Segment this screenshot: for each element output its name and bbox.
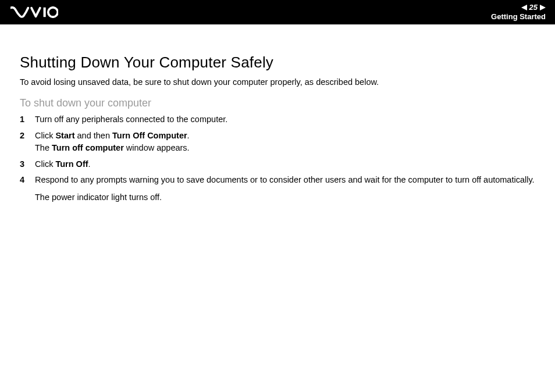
page-navigator: 25 xyxy=(521,3,546,12)
prev-page-icon[interactable] xyxy=(521,5,527,10)
step-1: Turn off any peripherals connected to th… xyxy=(20,114,535,126)
document-page: 25 Getting Started Shutting Down Your Co… xyxy=(0,0,555,392)
steps-list: Turn off any peripherals connected to th… xyxy=(20,114,535,203)
page-number: 25 xyxy=(529,3,538,12)
step-text: Click Turn Off. xyxy=(35,159,91,169)
section-label: Getting Started xyxy=(491,13,546,21)
page-title: Shutting Down Your Computer Safely xyxy=(20,54,535,72)
step-3: Click Turn Off. xyxy=(20,159,535,170)
svg-rect-0 xyxy=(44,8,46,17)
step-extra: The Turn off computer window appears. xyxy=(35,142,535,154)
procedure-subtitle: To shut down your computer xyxy=(20,97,535,109)
step-text: Turn off any peripherals connected to th… xyxy=(35,115,227,124)
next-page-icon[interactable] xyxy=(540,5,546,10)
step-follow: The power indicator light turns off. xyxy=(35,192,535,204)
step-text: Click Start and then Turn Off Computer. xyxy=(35,131,190,140)
step-2: Click Start and then Turn Off Computer. … xyxy=(20,130,535,154)
intro-paragraph: To avoid losing unsaved data, be sure to… xyxy=(20,77,535,87)
page-content: Shutting Down Your Computer Safely To av… xyxy=(0,24,555,208)
svg-point-1 xyxy=(48,8,58,17)
vaio-logo xyxy=(10,6,58,18)
header-right: 25 Getting Started xyxy=(491,3,546,21)
page-header: 25 Getting Started xyxy=(0,0,555,24)
step-text: Respond to any prompts warning you to sa… xyxy=(35,175,535,184)
step-4: Respond to any prompts warning you to sa… xyxy=(20,174,535,203)
